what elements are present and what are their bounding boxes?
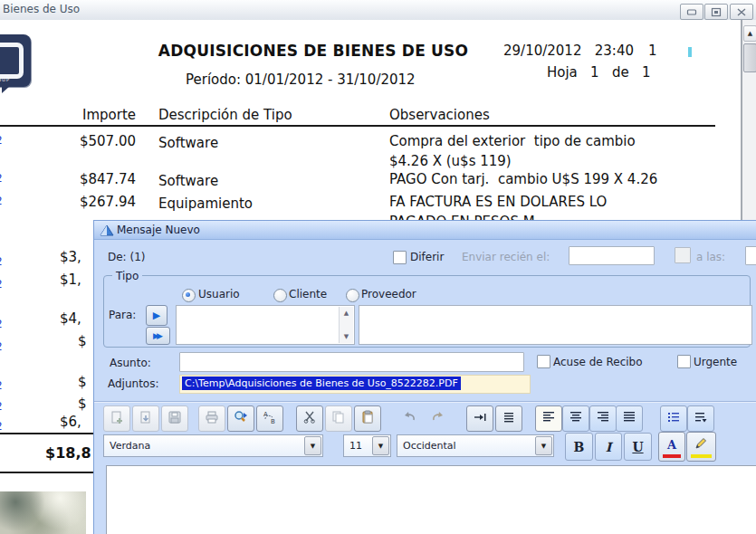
replace-button[interactable]: AB xyxy=(256,405,283,432)
chevron-down-icon[interactable]: ▼ xyxy=(304,436,321,455)
edge-fragment: 2 xyxy=(0,134,5,148)
radio-proveedor-label[interactable]: Proveedor xyxy=(361,288,416,300)
save-button[interactable] xyxy=(161,405,188,432)
from-label: De: (1) xyxy=(108,251,145,263)
underline-label: U xyxy=(632,440,643,454)
send-date-input[interactable] xyxy=(569,246,655,265)
align-right-icon xyxy=(595,409,611,428)
edge-fragment: 2 xyxy=(0,255,5,269)
urgent-checkbox[interactable] xyxy=(677,355,691,368)
edge-fragment: 2 xyxy=(0,400,5,414)
font-color-icon: A xyxy=(667,438,676,452)
highlight-button[interactable] xyxy=(686,432,716,462)
bold-label: B xyxy=(574,440,585,454)
print-icon xyxy=(204,409,220,428)
copy-icon xyxy=(330,409,347,428)
edge-fragment: 2 xyxy=(0,195,5,208)
italic-button[interactable]: I xyxy=(595,433,622,461)
subject-input[interactable] xyxy=(179,352,524,372)
radio-usuario[interactable] xyxy=(182,289,196,302)
minimize-icon xyxy=(686,4,697,21)
company-logo: GROUP xyxy=(0,34,31,87)
close-button[interactable] xyxy=(730,4,753,20)
cell-obs-line1: PAGO Con tarj. cambio U$S 199 X 4.26 xyxy=(389,171,657,187)
align-left-icon xyxy=(541,409,557,428)
paragraph-button[interactable] xyxy=(495,405,522,432)
minimize-button[interactable] xyxy=(680,4,703,20)
charset-combo[interactable]: Occidental ▼ xyxy=(397,434,554,457)
font-family-combo[interactable]: Verdana ▼ xyxy=(103,434,323,457)
import-button[interactable] xyxy=(132,405,159,432)
align-justify-button[interactable] xyxy=(616,405,643,432)
new-icon xyxy=(109,409,125,428)
redo-icon xyxy=(430,409,446,428)
align-right-button[interactable] xyxy=(589,405,617,432)
edge-fragment: 2 xyxy=(0,278,5,291)
font-size-value: 11 xyxy=(349,440,362,452)
new-button[interactable] xyxy=(103,405,130,432)
align-left-button[interactable] xyxy=(535,405,562,432)
font-size-combo[interactable]: 11 ▼ xyxy=(343,434,391,457)
paragraph-icon xyxy=(501,409,517,428)
radio-cliente[interactable] xyxy=(273,289,287,302)
defer-checkbox[interactable] xyxy=(393,251,407,264)
radio-proveedor[interactable] xyxy=(346,289,359,302)
search-button[interactable] xyxy=(227,405,254,432)
save-icon xyxy=(167,409,183,428)
font-color-button[interactable]: A xyxy=(658,432,685,462)
cell-importe: $507.00 xyxy=(50,133,136,149)
total-divider-top xyxy=(0,433,100,434)
restore-icon xyxy=(711,4,722,21)
dialog-titlebar[interactable]: Mensaje Nuevo xyxy=(94,221,756,240)
bullet-list-button[interactable] xyxy=(660,405,687,432)
to-label: Para: xyxy=(109,309,136,321)
scroll-up-button[interactable]: ▲ xyxy=(743,25,756,42)
search-icon xyxy=(233,409,249,428)
numbered-list-button[interactable] xyxy=(687,405,714,432)
recipient-target-list[interactable] xyxy=(359,305,752,345)
tab-button[interactable] xyxy=(466,405,493,432)
redo-button[interactable] xyxy=(425,405,452,432)
copy-button[interactable] xyxy=(325,405,352,432)
logo-ring-icon xyxy=(0,43,24,79)
list-scrollbar[interactable]: ▲ ▼ xyxy=(339,307,353,343)
cut-button[interactable] xyxy=(296,405,323,432)
paste-button[interactable] xyxy=(354,405,381,432)
chevron-down-icon[interactable]: ▼ xyxy=(372,436,389,455)
total-amount-fragment: $18,8 xyxy=(45,444,91,462)
align-center-button[interactable] xyxy=(562,405,589,432)
partial-amount: $ xyxy=(78,333,87,349)
scrollbar-thumb[interactable] xyxy=(743,43,756,72)
underline-button[interactable]: U xyxy=(624,433,652,461)
add-all-recipients-button[interactable]: ▶▶ xyxy=(146,327,170,345)
charset-value: Occidental xyxy=(403,440,456,452)
chevron-down-icon[interactable]: ▼ xyxy=(535,436,552,455)
at-time-label: a las: xyxy=(696,251,725,263)
replace-icon: AB xyxy=(262,409,278,428)
radio-usuario-label[interactable]: Usuario xyxy=(198,288,240,300)
column-header-importe: Importe xyxy=(50,107,136,123)
footer-texture-image xyxy=(0,491,86,534)
svg-text:A: A xyxy=(263,411,268,418)
screen: Bienes de Uso GROUP ADQUISICIONES DE BIE… xyxy=(0,0,756,534)
window-titlebar: Bienes de Uso xyxy=(0,0,756,21)
attachment-path-selected[interactable]: C:\Temp\Adquisiciones de Bienes de Uso_8… xyxy=(182,377,461,390)
print-button[interactable] xyxy=(198,405,225,432)
add-recipient-button[interactable]: ▶ xyxy=(146,305,167,326)
radio-cliente-label[interactable]: Cliente xyxy=(289,288,327,300)
message-body-editor[interactable] xyxy=(106,465,756,534)
attachments-field[interactable]: C:\Temp\Adquisiciones de Bienes de Uso_8… xyxy=(179,375,531,394)
bold-button[interactable]: B xyxy=(565,433,593,461)
attachments-label: Adjuntos: xyxy=(108,377,159,390)
tipo-group-label: Tipo xyxy=(112,270,142,282)
receipt-checkbox[interactable] xyxy=(537,355,550,368)
edge-fragment: 2 xyxy=(0,340,5,354)
receipt-label: Acuse de Recibo xyxy=(553,356,643,368)
bullet-list-icon xyxy=(665,409,682,428)
recipient-source-list[interactable]: ▲ ▼ xyxy=(176,305,355,345)
window-title: Bienes de Uso xyxy=(3,3,80,15)
undo-button[interactable] xyxy=(396,405,423,432)
send-time-input[interactable] xyxy=(745,246,756,265)
restore-button[interactable] xyxy=(704,4,728,20)
time-checkbox-disabled[interactable] xyxy=(675,247,691,263)
